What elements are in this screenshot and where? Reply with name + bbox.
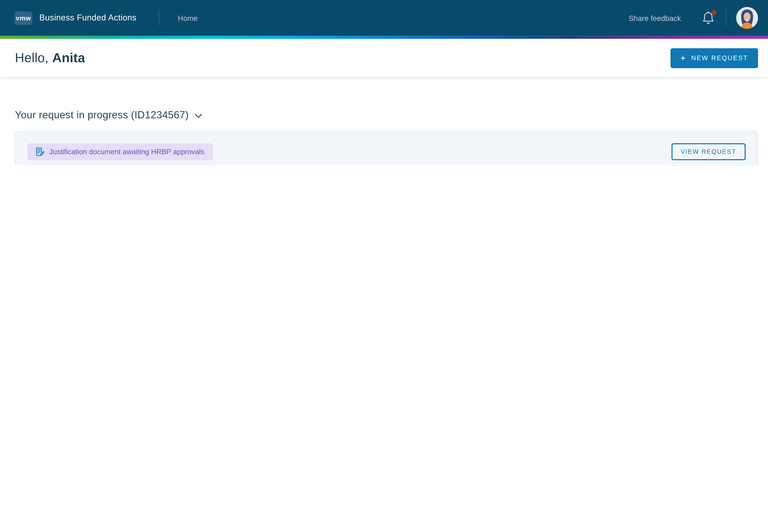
view-request-button[interactable]: VIEW REQUEST <box>671 143 746 160</box>
chevron-down-icon[interactable] <box>195 113 203 118</box>
notifications-button[interactable] <box>702 11 715 25</box>
status-badge-label: Justification document awaiting HRBP app… <box>49 148 204 156</box>
page-greeting: Hello, Anita <box>15 50 85 66</box>
plus-icon: + <box>680 52 686 63</box>
brand-gradient-bar <box>0 36 768 39</box>
avatar-image <box>736 7 758 29</box>
greeting-bar: Hello, Anita + NEW REQUEST <box>0 39 768 77</box>
navbar-divider <box>726 9 726 26</box>
status-badge: Justification document awaiting HRBP app… <box>27 143 213 160</box>
new-request-button[interactable]: + NEW REQUEST <box>670 48 758 68</box>
vmware-logo[interactable]: vmw <box>14 11 32 25</box>
notification-dot <box>712 10 716 15</box>
avatar[interactable] <box>736 7 758 29</box>
request-progress-card: Justification document awaiting HRBP app… <box>15 131 758 165</box>
app-title: Business Funded Actions <box>39 13 137 23</box>
request-section-title: Your request in progress (ID1234567) <box>15 109 189 121</box>
nav-home-link[interactable]: Home <box>178 14 198 22</box>
user-name: Anita <box>52 50 85 65</box>
document-edit-icon <box>36 147 44 156</box>
vmware-logo-text: vmw <box>16 14 31 22</box>
navbar-divider <box>158 11 159 25</box>
share-feedback-link[interactable]: Share feedback <box>629 14 681 22</box>
main-content: Your request in progress (ID1234567) Jus… <box>0 109 768 165</box>
top-navbar: vmw Business Funded Actions Home Share f… <box>0 0 768 36</box>
app-screen: vmw Business Funded Actions Home Share f… <box>0 0 768 165</box>
